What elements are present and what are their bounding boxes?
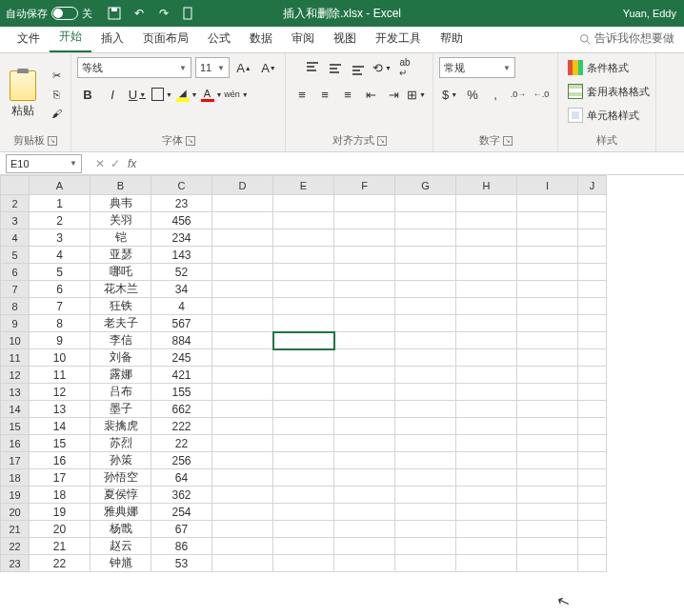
cell-C19[interactable]: 362 <box>151 487 212 504</box>
cell-A17[interactable]: 16 <box>30 452 91 469</box>
cell-G17[interactable] <box>395 452 456 469</box>
cell-H2[interactable] <box>456 195 517 212</box>
cell-A15[interactable]: 14 <box>30 418 91 435</box>
increase-font-button[interactable]: A▲ <box>233 57 254 78</box>
cell-I23[interactable] <box>517 555 578 572</box>
paste-button[interactable]: 粘贴 <box>6 67 40 123</box>
cell-D6[interactable] <box>212 264 273 281</box>
cell-C17[interactable]: 256 <box>151 452 212 469</box>
font-launcher[interactable]: ↘ <box>186 136 195 146</box>
cell-B5[interactable]: 亚瑟 <box>91 247 151 264</box>
cell-A19[interactable]: 18 <box>30 487 91 504</box>
cell-A3[interactable]: 2 <box>30 212 91 229</box>
cell-H7[interactable] <box>456 281 517 298</box>
cell-E4[interactable] <box>273 229 334 247</box>
cell-H17[interactable] <box>456 452 517 469</box>
cell-D3[interactable] <box>212 212 273 229</box>
cell-E20[interactable] <box>273 504 334 521</box>
cell-A16[interactable]: 15 <box>30 435 91 452</box>
number-format-combo[interactable]: 常规▼ <box>439 57 515 78</box>
cell-E23[interactable] <box>273 555 334 572</box>
cell-J17[interactable] <box>578 452 607 469</box>
cell-F21[interactable] <box>334 521 395 538</box>
row-header-18[interactable]: 18 <box>1 469 30 487</box>
cell-D21[interactable] <box>212 521 273 538</box>
cell-E6[interactable] <box>273 264 334 281</box>
tell-me[interactable]: 告诉我你想要做 <box>570 25 684 52</box>
cell-F2[interactable] <box>334 195 395 212</box>
row-header-12[interactable]: 12 <box>1 367 30 384</box>
row-header-19[interactable]: 19 <box>1 487 30 504</box>
row-header-6[interactable]: 6 <box>1 264 30 281</box>
row-header-17[interactable]: 17 <box>1 452 30 469</box>
align-center-button[interactable]: ≡ <box>314 84 335 105</box>
cell-G13[interactable] <box>395 384 456 401</box>
cell-G16[interactable] <box>395 435 456 452</box>
cell-J15[interactable] <box>578 418 607 435</box>
row-header-13[interactable]: 13 <box>1 384 30 401</box>
cell-C18[interactable]: 64 <box>151 469 212 487</box>
cell-B11[interactable]: 刘备 <box>91 349 151 367</box>
row-header-16[interactable]: 16 <box>1 435 30 452</box>
cell-H3[interactable] <box>456 212 517 229</box>
cell-E10[interactable] <box>273 332 334 349</box>
cell-B8[interactable]: 狂铁 <box>91 298 151 315</box>
cell-C4[interactable]: 234 <box>151 229 212 247</box>
cell-H19[interactable] <box>456 487 517 504</box>
copy-button[interactable]: ⎘ <box>48 86 65 103</box>
cell-J11[interactable] <box>578 349 607 367</box>
row-header-21[interactable]: 21 <box>1 521 30 538</box>
col-header-I[interactable]: I <box>517 176 578 195</box>
cell-H15[interactable] <box>456 418 517 435</box>
worksheet-grid[interactable]: ABCDEFGHIJ21典韦2332关羽45643铠23454亚瑟14365哪吒… <box>0 175 684 616</box>
cell-E22[interactable] <box>273 538 334 555</box>
cell-A4[interactable]: 3 <box>30 229 91 247</box>
cell-A10[interactable]: 9 <box>30 332 91 349</box>
cell-F12[interactable] <box>334 367 395 384</box>
decrease-decimal-button[interactable]: ←.0 <box>531 84 552 105</box>
cell-F10[interactable] <box>334 332 395 349</box>
cell-A21[interactable]: 20 <box>30 521 91 538</box>
cell-E2[interactable] <box>273 195 334 212</box>
cell-I22[interactable] <box>517 538 578 555</box>
cell-J23[interactable] <box>578 555 607 572</box>
cell-F7[interactable] <box>334 281 395 298</box>
cell-C2[interactable]: 23 <box>151 195 212 212</box>
cell-H5[interactable] <box>456 247 517 264</box>
col-header-F[interactable]: F <box>334 176 395 195</box>
cell-J2[interactable] <box>578 195 607 212</box>
cell-H14[interactable] <box>456 401 517 418</box>
align-left-button[interactable]: ≡ <box>292 84 312 105</box>
cell-G2[interactable] <box>395 195 456 212</box>
tab-home[interactable]: 开始 <box>50 23 91 52</box>
cell-B16[interactable]: 苏烈 <box>91 435 151 452</box>
cell-A20[interactable]: 19 <box>30 504 91 521</box>
cell-B10[interactable]: 李信 <box>91 332 151 349</box>
cell-J19[interactable] <box>578 487 607 504</box>
cell-C9[interactable]: 567 <box>151 315 212 332</box>
tab-review[interactable]: 审阅 <box>282 25 324 52</box>
cell-D7[interactable] <box>212 281 273 298</box>
cell-C10[interactable]: 884 <box>151 332 212 349</box>
cell-J16[interactable] <box>578 435 607 452</box>
cell-I18[interactable] <box>517 469 578 487</box>
orientation-button[interactable]: ⟲▼ <box>372 57 392 78</box>
cell-J13[interactable] <box>578 384 607 401</box>
cell-J7[interactable] <box>578 281 607 298</box>
cell-D16[interactable] <box>212 435 273 452</box>
row-header-10[interactable]: 10 <box>1 332 30 349</box>
cell-J20[interactable] <box>578 504 607 521</box>
cell-E16[interactable] <box>273 435 334 452</box>
cell-F16[interactable] <box>334 435 395 452</box>
cell-E11[interactable] <box>273 349 334 367</box>
cell-B23[interactable]: 钟馗 <box>91 555 151 572</box>
cell-F5[interactable] <box>334 247 395 264</box>
align-top-button[interactable] <box>303 57 324 78</box>
cell-D9[interactable] <box>212 315 273 332</box>
cell-F13[interactable] <box>334 384 395 401</box>
formula-input[interactable] <box>142 154 684 173</box>
cell-E21[interactable] <box>273 521 334 538</box>
cell-I12[interactable] <box>517 367 578 384</box>
italic-button[interactable]: I <box>102 84 123 105</box>
row-header-4[interactable]: 4 <box>1 229 30 247</box>
